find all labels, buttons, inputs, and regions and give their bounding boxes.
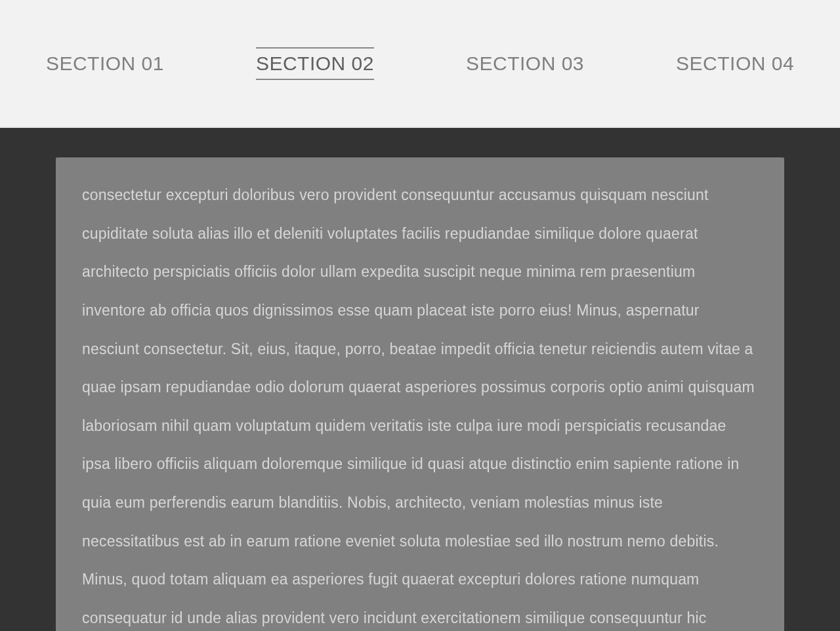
- content-panel: consectetur excepturi doloribus vero pro…: [56, 157, 784, 631]
- content-area: consectetur excepturi doloribus vero pro…: [0, 128, 840, 631]
- nav-item-section-01[interactable]: SECTION 01: [46, 49, 164, 79]
- section-nav: SECTION 01 SECTION 02 SECTION 03 SECTION…: [0, 0, 840, 128]
- content-body-text: consectetur excepturi doloribus vero pro…: [82, 176, 758, 631]
- nav-item-section-04[interactable]: SECTION 04: [676, 49, 794, 79]
- nav-item-section-03[interactable]: SECTION 03: [466, 49, 584, 79]
- nav-item-section-02[interactable]: SECTION 02: [256, 47, 374, 80]
